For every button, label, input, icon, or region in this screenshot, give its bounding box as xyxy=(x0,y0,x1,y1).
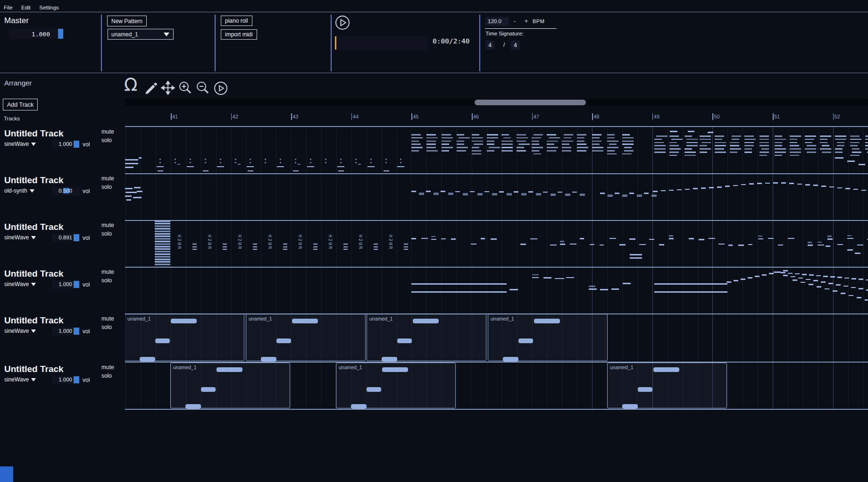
timeline-scrollbar[interactable] xyxy=(125,99,868,106)
instrument-select[interactable]: sineWave xyxy=(4,328,36,334)
chord-note xyxy=(654,139,662,140)
volume-thumb[interactable] xyxy=(74,281,79,288)
chord-note xyxy=(607,134,615,135)
melody-note xyxy=(661,190,666,192)
ruler-bar-number: 44 xyxy=(353,114,359,119)
move-icon[interactable] xyxy=(161,81,175,95)
pattern-clip[interactable]: unamed_1 xyxy=(367,314,486,361)
solo-button[interactable]: solo xyxy=(101,324,112,330)
grid-line xyxy=(848,127,849,409)
import-midi-button[interactable]: import midi xyxy=(221,29,257,40)
pattern-clip[interactable]: unamed_1 xyxy=(336,363,456,408)
solo-button[interactable]: solo xyxy=(101,277,112,284)
ruler-tick xyxy=(411,113,412,120)
solo-button[interactable]: solo xyxy=(101,372,112,379)
chord-note xyxy=(669,145,679,146)
volume-thumb[interactable] xyxy=(74,328,79,335)
midi-note xyxy=(367,166,375,167)
instrument-name: old-synth xyxy=(4,187,27,194)
pencil-icon[interactable] xyxy=(144,80,159,94)
melody-note xyxy=(821,281,826,283)
play-preview-icon[interactable] xyxy=(214,81,228,95)
piano-roll-button[interactable]: piano roll xyxy=(221,16,252,26)
solo-button[interactable]: solo xyxy=(101,137,112,144)
chord-note xyxy=(730,145,739,146)
play-button[interactable] xyxy=(335,15,350,30)
arranger-timeline[interactable]: 414243444546474849505152H2URH2URH2URH2UR… xyxy=(125,111,868,410)
scatter-note xyxy=(543,277,551,278)
volume-input[interactable]: 1.000 xyxy=(52,376,80,384)
ts-denominator-input[interactable]: 4 xyxy=(511,41,520,50)
scatter-note xyxy=(768,238,774,239)
melody-note xyxy=(558,192,562,193)
instrument-select[interactable]: old-synth xyxy=(4,187,34,194)
scatter-note xyxy=(718,244,725,245)
solo-button[interactable]: solo xyxy=(101,184,112,190)
song-progress-bar[interactable] xyxy=(334,36,428,50)
instrument-select[interactable]: sineWave xyxy=(4,281,36,288)
chord-note xyxy=(805,148,816,150)
volume-input[interactable]: 0.500 xyxy=(52,187,80,195)
chord-note xyxy=(865,145,868,146)
pattern-clip[interactable]: unamed_1 xyxy=(488,314,608,361)
pattern-clip[interactable]: unamed_1 xyxy=(125,314,244,361)
bpm-increase-button[interactable]: + xyxy=(525,18,528,25)
volume-input[interactable]: 1.000 xyxy=(52,327,80,335)
solo-button[interactable]: solo xyxy=(101,230,112,237)
bpm-decrease-button[interactable]: - xyxy=(514,18,516,25)
volume-thumb[interactable] xyxy=(74,141,79,148)
chord-note xyxy=(850,135,860,137)
note-glyph-dash xyxy=(253,246,257,247)
ts-numerator-input[interactable]: 4 xyxy=(485,41,494,50)
melody-note xyxy=(781,182,786,184)
chord-note xyxy=(607,147,618,148)
instrument-select[interactable]: sineWave xyxy=(4,234,36,241)
chevron-down-icon xyxy=(31,330,36,333)
volume-input[interactable]: 1.000 xyxy=(52,140,80,148)
chord-note xyxy=(592,141,601,142)
clip-midi-note xyxy=(292,319,318,323)
mute-button[interactable]: mute xyxy=(101,222,114,228)
volume-thumb[interactable] xyxy=(74,234,79,241)
grid-line xyxy=(758,127,758,409)
note-glyph-dash xyxy=(313,244,317,245)
pattern-clip-label: unamed_1 xyxy=(369,316,393,321)
mute-button[interactable]: mute xyxy=(101,364,114,371)
chord-note xyxy=(564,134,573,135)
volume-input[interactable]: 0.891 xyxy=(52,234,80,242)
mute-button[interactable]: mute xyxy=(101,269,114,275)
pattern-clip[interactable]: unamed_1 xyxy=(607,363,727,408)
chord-note xyxy=(760,145,769,146)
midi-note xyxy=(125,167,134,168)
timeline-scrollbar-thumb[interactable] xyxy=(475,100,586,105)
pattern-clip[interactable]: unamed_1 xyxy=(170,363,290,408)
magnet-icon[interactable]: Ω xyxy=(124,75,137,95)
mute-button[interactable]: mute xyxy=(101,315,114,322)
chord-note xyxy=(790,142,797,144)
mute-button[interactable]: mute xyxy=(101,175,114,182)
instrument-select[interactable]: sineWave xyxy=(4,376,36,383)
melody-note xyxy=(477,193,483,195)
pattern-clip[interactable]: unamed_1 xyxy=(246,314,366,361)
chord-note xyxy=(835,135,846,137)
chord-note xyxy=(562,144,569,145)
chord-note xyxy=(426,147,436,148)
chord-note xyxy=(534,153,541,155)
zoom-in-icon[interactable] xyxy=(178,81,192,95)
midi-note xyxy=(358,164,361,165)
midi-dot xyxy=(310,159,311,160)
ruler-bar-number: 43 xyxy=(292,114,298,119)
zoom-out-icon[interactable] xyxy=(196,81,210,95)
volume-input[interactable]: 1.000 xyxy=(52,280,80,288)
mute-button[interactable]: mute xyxy=(101,128,114,135)
chord-note xyxy=(547,150,556,152)
midi-note xyxy=(125,195,132,197)
melody-note xyxy=(843,286,848,287)
volume-thumb[interactable] xyxy=(74,376,79,383)
chord-note xyxy=(700,148,711,150)
bpm-input[interactable]: 120.0 xyxy=(485,17,509,26)
chord-note xyxy=(547,144,554,145)
instrument-select[interactable]: sineWave xyxy=(4,141,36,147)
grid-line xyxy=(863,127,863,409)
note-glyph-dash xyxy=(192,246,197,247)
